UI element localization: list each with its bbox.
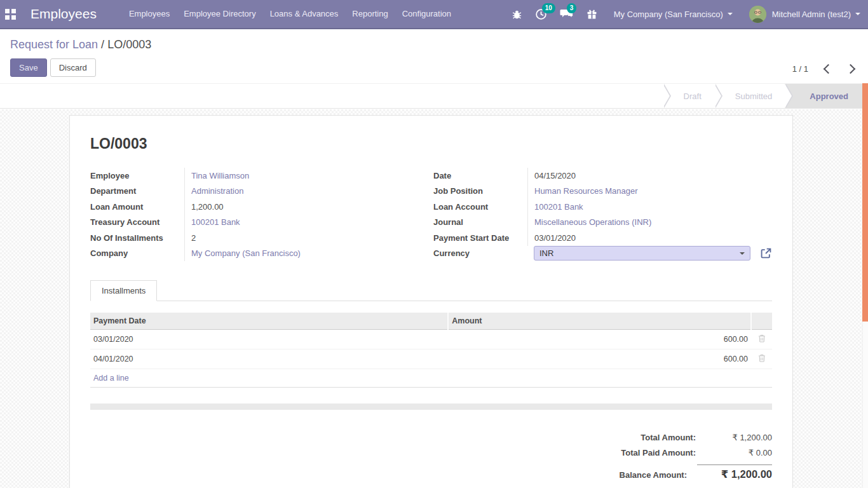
messages-icon[interactable]: 3 (560, 8, 574, 20)
pager: 1 / 1 (792, 64, 854, 74)
control-buttons: Save Discard (10, 58, 858, 77)
statusbar-arrow (785, 84, 793, 108)
column-header-tools (751, 313, 772, 330)
total-paid-amount-value: ₹ 0.00 (706, 448, 772, 458)
apps-grid-icon[interactable] (5, 9, 16, 20)
balance-amount-label: Balance Amount: (620, 470, 687, 480)
loan-amount-value[interactable]: 1,200.00 (184, 199, 409, 215)
payment-date-cell[interactable]: 04/01/2020 (90, 349, 448, 369)
table-row[interactable]: 04/01/2020 600.00 (90, 349, 772, 369)
total-amount-label: Total Amount: (641, 433, 696, 442)
department-value[interactable]: Administration (184, 184, 409, 200)
field-loan-account: Loan Account 100201 Bank (433, 199, 772, 215)
user-name: Mitchell Admin (test2) (772, 10, 851, 19)
systray: 10 3 My Company (San Francisco) (499, 6, 860, 23)
activity-clock-icon[interactable]: 10 (535, 8, 547, 20)
date-value[interactable]: 04/15/2020 (527, 168, 772, 184)
field-column-right: Date 04/15/2020 Job Position Human Resou… (433, 168, 772, 261)
content-area: LO/0003 Employee Tina Williamson Departm… (0, 109, 862, 488)
field-payment-start-date: Payment Start Date 03/01/2020 (433, 230, 772, 246)
balance-amount-value: ₹ 1,200.00 (697, 464, 772, 480)
status-step-approved[interactable]: Approved (793, 84, 862, 108)
field-column-left: Employee Tina Williamson Department Admi… (90, 168, 409, 261)
add-a-line-link[interactable]: Add a line (90, 369, 772, 388)
field-no-of-installments: No Of Installments 2 (90, 230, 409, 246)
bug-icon[interactable] (512, 9, 522, 20)
company-switcher[interactable]: My Company (San Francisco) (614, 10, 733, 19)
menu-item-employees[interactable]: Employees (122, 0, 177, 28)
delete-row-button[interactable] (751, 349, 772, 369)
pager-counter: 1 / 1 (792, 64, 808, 74)
add-line-row: Add a line (90, 369, 772, 388)
field-label: Date (433, 171, 527, 180)
page-scrollbar-thumb[interactable] (862, 83, 868, 322)
gift-icon[interactable] (587, 9, 597, 20)
total-paid-amount-label: Total Paid Amount: (621, 448, 696, 458)
field-label: Loan Account (433, 202, 527, 212)
statusbar: Draft Submitted Approved (0, 83, 868, 109)
field-treasury-account: Treasury Account 100201 Bank (90, 215, 409, 231)
journal-value[interactable]: Miscellaneous Operations (INR) (527, 215, 772, 231)
installments-value[interactable]: 2 (184, 230, 409, 246)
save-button[interactable]: Save (10, 58, 47, 77)
company-value[interactable]: My Company (San Francisco) (184, 246, 409, 262)
total-paid-amount-row: Total Paid Amount: ₹ 0.00 (621, 448, 772, 458)
field-label: No Of Installments (90, 233, 184, 243)
menu-item-configuration[interactable]: Configuration (395, 0, 458, 28)
loan-account-value[interactable]: 100201 Bank (527, 199, 772, 215)
field-label: Currency (433, 248, 527, 258)
currency-selected-value: INR (539, 248, 553, 258)
menu-item-loans-advances[interactable]: Loans & Advances (263, 0, 346, 28)
installments-table: Payment Date Amount 03/01/2020 600.00 (90, 313, 772, 388)
column-header-amount[interactable]: Amount (448, 313, 751, 330)
status-step-submitted[interactable]: Submitted (722, 84, 785, 108)
page-scrollbar-track[interactable] (862, 83, 868, 488)
field-date: Date 04/15/2020 (433, 168, 772, 184)
field-journal: Journal Miscellaneous Operations (INR) (433, 215, 772, 231)
column-header-payment-date[interactable]: Payment Date (90, 313, 448, 330)
balance-amount-row: Balance Amount: ₹ 1,200.00 (620, 464, 772, 480)
treasury-account-value[interactable]: 100201 Bank (184, 215, 409, 231)
field-label: Treasury Account (90, 217, 184, 227)
chevron-left-icon[interactable] (824, 64, 834, 74)
employee-value[interactable]: Tina Williamson (184, 168, 409, 184)
job-position-value[interactable]: Human Resources Manager (527, 184, 772, 200)
field-label: Employee (90, 171, 184, 180)
main-menu: Employees Employee Directory Loans & Adv… (122, 0, 458, 29)
amount-cell[interactable]: 600.00 (448, 330, 751, 349)
total-amount-value: ₹ 1,200.00 (706, 433, 772, 442)
field-label: Journal (433, 217, 527, 227)
control-panel: Request for Loan / LO/0003 Save Discard … (0, 29, 868, 83)
payment-start-date-value[interactable]: 03/01/2020 (527, 230, 772, 246)
amount-cell[interactable]: 600.00 (448, 349, 751, 369)
breadcrumb-current: LO/0003 (107, 38, 151, 51)
user-menu[interactable]: Mitchell Admin (test2) (749, 6, 860, 23)
currency-field: INR (527, 246, 772, 262)
caret-down-icon (728, 13, 733, 15)
table-row[interactable]: 03/01/2020 600.00 (90, 330, 772, 349)
external-link-icon[interactable] (760, 247, 772, 259)
chevron-right-icon[interactable] (846, 64, 856, 74)
caret-down-icon (740, 252, 745, 255)
notebook-tabs: Installments (90, 280, 772, 301)
status-step-draft[interactable]: Draft (671, 84, 714, 108)
discard-button[interactable]: Discard (50, 58, 96, 77)
menu-item-employee-directory[interactable]: Employee Directory (177, 0, 262, 28)
field-label: Payment Start Date (433, 233, 527, 243)
breadcrumb: Request for Loan / LO/0003 (10, 37, 858, 51)
field-employee: Employee Tina Williamson (90, 168, 409, 184)
field-currency: Currency INR (433, 246, 772, 262)
payment-date-cell[interactable]: 03/01/2020 (90, 330, 448, 349)
app-brand[interactable]: Employees (31, 6, 97, 22)
statusbar-arrow (663, 84, 671, 108)
activity-count-badge: 10 (542, 3, 555, 13)
delete-row-button[interactable] (751, 330, 772, 349)
top-navbar: Employees Employees Employee Directory L… (0, 0, 868, 29)
field-label: Job Position (433, 186, 527, 196)
field-company: Company My Company (San Francisco) (90, 246, 409, 262)
table-horizontal-scrollbar[interactable] (90, 403, 772, 410)
currency-select[interactable]: INR (534, 246, 750, 261)
breadcrumb-parent-link[interactable]: Request for Loan (10, 38, 98, 51)
menu-item-reporting[interactable]: Reporting (345, 0, 395, 28)
tab-installments[interactable]: Installments (90, 280, 157, 301)
